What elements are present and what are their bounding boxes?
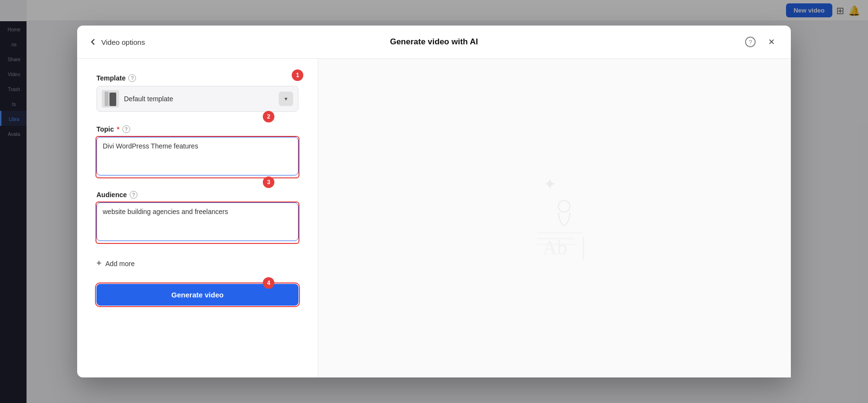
back-label: Video options [101,38,145,46]
modal-container: Video options Generate video with AI ? ×… [77,26,791,377]
preview-placeholder: ✦ Ab [506,170,603,267]
topic-field-group: Topic * ? Divi WordPress Theme features … [96,125,298,177]
audience-help-icon[interactable]: ? [130,191,137,199]
template-help-icon[interactable]: ? [128,74,136,82]
close-button[interactable]: × [764,34,779,50]
modal-title: Generate video with AI [390,37,478,47]
step-badge-4: 4 [263,277,274,289]
topic-label: Topic * ? [96,125,298,133]
template-label: Template ? [96,74,298,82]
preview-illustration: ✦ Ab [506,170,603,267]
add-more-label: Add more [106,260,135,268]
topic-textarea[interactable]: Divi WordPress Theme features [96,137,298,175]
back-button[interactable]: Video options [89,38,145,46]
add-more-button[interactable]: + Add more [96,256,298,270]
template-name: Default template [124,95,279,103]
left-panel: Template ? Default template ▾ 1 [77,59,318,377]
template-dropdown[interactable]: Default template ▾ [96,86,298,112]
topic-help-icon[interactable]: ? [122,125,130,133]
template-thumbnail [102,90,119,107]
audience-textarea[interactable]: website building agencies and freelancer… [96,202,298,241]
modal-body: Template ? Default template ▾ 1 [77,59,791,377]
svg-text:✦: ✦ [543,175,556,193]
right-panel: ✦ Ab [318,59,791,377]
add-more-plus-icon: + [96,258,102,269]
header-actions: ? × [743,34,779,50]
audience-label: Audience ? [96,191,298,199]
topic-input-wrapper: Divi WordPress Theme features [96,137,298,177]
svg-text:Ab: Ab [542,237,567,259]
generate-btn-wrapper: Generate video 4 [96,284,298,306]
help-button[interactable]: ? [743,34,758,50]
step-badge-2: 2 [263,111,274,122]
topic-required: * [117,125,119,133]
dropdown-arrow-icon: ▾ [279,92,293,106]
step-badge-3: 3 [263,176,274,188]
back-arrow-icon [89,38,97,46]
help-icon: ? [745,37,756,47]
step-badge-1: 1 [292,69,303,81]
svg-point-1 [558,201,570,212]
modal-header: Video options Generate video with AI ? × [77,26,791,59]
audience-input-wrapper: website building agencies and freelancer… [96,202,298,243]
template-field-group: Template ? Default template ▾ 1 [96,74,298,112]
audience-field-group: Audience ? website building agencies and… [96,191,298,243]
